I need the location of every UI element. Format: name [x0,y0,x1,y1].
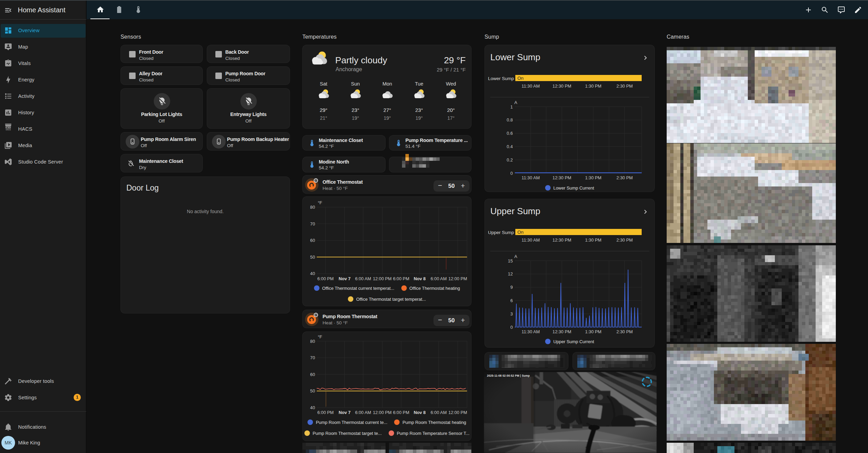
svg-text:Nov 7: Nov 7 [339,276,351,281]
svg-text:12:00 PM: 12:00 PM [448,276,467,281]
svg-text:A: A [514,254,517,259]
svg-text:11:30 AM: 11:30 AM [521,83,540,89]
svg-text:Nov 8: Nov 8 [414,410,426,415]
svg-text:60: 60 [310,372,315,377]
svg-text:40: 40 [310,271,315,276]
svg-text:80: 80 [310,339,315,344]
svg-text:11:30 AM: 11:30 AM [521,175,540,180]
svg-text:12:00 PM: 12:00 PM [373,410,392,415]
svg-text:A: A [514,100,517,105]
svg-text:6:00 AM: 6:00 AM [431,410,447,415]
svg-text:70: 70 [310,355,315,360]
svg-text:60: 60 [310,238,315,243]
svg-text:50: 50 [310,388,315,393]
svg-text:6:00 AM: 6:00 AM [355,410,371,415]
svg-text:12:30 PM: 12:30 PM [553,83,571,89]
svg-text:12:00 PM: 12:00 PM [448,410,467,415]
svg-text:6:00 PM: 6:00 PM [317,276,334,281]
svg-text:2:30 PM: 2:30 PM [616,175,633,180]
svg-text:HACS: HACS [6,129,11,131]
svg-text:12: 12 [508,271,513,276]
svg-text:2:30 PM: 2:30 PM [616,237,633,243]
svg-text:2:30 PM: 2:30 PM [616,83,633,89]
svg-text:1:30 PM: 1:30 PM [585,175,602,180]
svg-text:6:00 PM: 6:00 PM [393,410,410,415]
svg-text:3: 3 [510,311,513,316]
svg-text:6:00 PM: 6:00 PM [317,410,334,415]
svg-text:°F: °F [318,200,322,205]
svg-text:0: 0 [510,325,513,330]
svg-text:11:30 AM: 11:30 AM [521,329,540,334]
svg-text:1:30 PM: 1:30 PM [585,329,602,334]
svg-text:°F: °F [318,334,322,339]
svg-text:1: 1 [510,104,513,109]
svg-text:12:30 PM: 12:30 PM [553,175,571,180]
svg-text:80: 80 [310,205,315,210]
svg-text:6:00 AM: 6:00 AM [355,276,371,281]
svg-text:12:00 PM: 12:00 PM [373,276,392,281]
svg-text:Nov 7: Nov 7 [339,410,351,415]
svg-text:0.8: 0.8 [507,117,513,122]
svg-text:50: 50 [310,255,315,260]
svg-text:Nov 8: Nov 8 [414,276,426,281]
svg-text:11:30 AM: 11:30 AM [521,237,540,243]
svg-text:1:30 PM: 1:30 PM [585,237,602,243]
svg-text:12:30 PM: 12:30 PM [553,329,571,334]
svg-text:1:30 PM: 1:30 PM [585,83,602,89]
svg-text:0: 0 [510,171,513,176]
svg-text:6:00 PM: 6:00 PM [393,276,410,281]
svg-text:6:00 AM: 6:00 AM [431,276,447,281]
svg-text:15: 15 [508,258,513,263]
svg-text:70: 70 [310,221,315,226]
svg-text:12:30 PM: 12:30 PM [553,237,571,243]
svg-text:9: 9 [510,285,513,290]
svg-text:0.2: 0.2 [507,157,513,163]
svg-text:0.4: 0.4 [507,144,513,149]
svg-text:40: 40 [310,405,315,410]
svg-text:2:30 PM: 2:30 PM [616,329,633,334]
svg-text:0.6: 0.6 [507,131,513,136]
svg-text:6: 6 [510,298,513,303]
